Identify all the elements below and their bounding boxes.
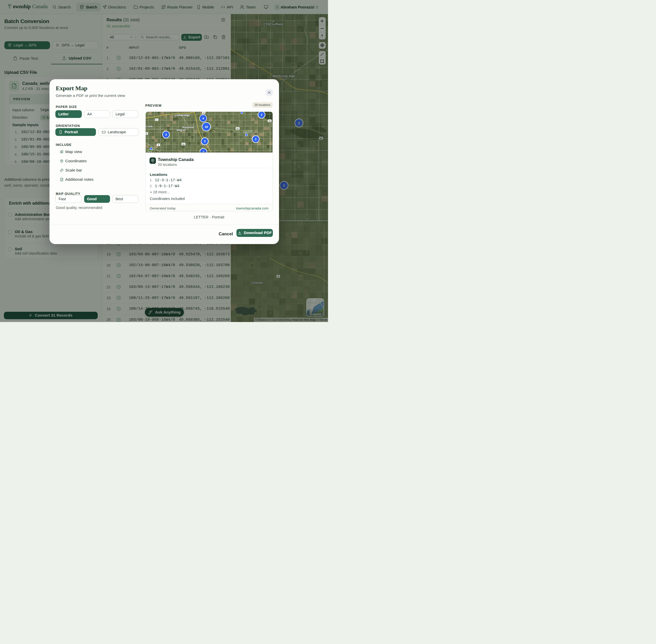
svg-text:3: 3 bbox=[165, 133, 167, 136]
svg-text:Lethbridge: Lethbridge bbox=[175, 114, 190, 117]
svg-text:Creek: Creek bbox=[146, 125, 153, 128]
svg-text:Magrath: Magrath bbox=[177, 129, 186, 131]
svg-text:41: 41 bbox=[269, 120, 271, 122]
svg-text:6: 6 bbox=[146, 133, 147, 135]
svg-text:61: 61 bbox=[236, 128, 239, 130]
svg-text:3: 3 bbox=[261, 113, 262, 116]
svg-text:4: 4 bbox=[202, 117, 204, 120]
svg-text:3: 3 bbox=[204, 140, 205, 143]
svg-text:10: 10 bbox=[205, 125, 208, 129]
svg-text:l Park: l Park bbox=[147, 151, 152, 153]
svg-text:5: 5 bbox=[158, 144, 159, 146]
svg-text:62: 62 bbox=[182, 143, 184, 145]
svg-text:3: 3 bbox=[156, 119, 157, 121]
svg-text:2: 2 bbox=[255, 138, 256, 141]
svg-text:3: 3 bbox=[203, 112, 204, 114]
